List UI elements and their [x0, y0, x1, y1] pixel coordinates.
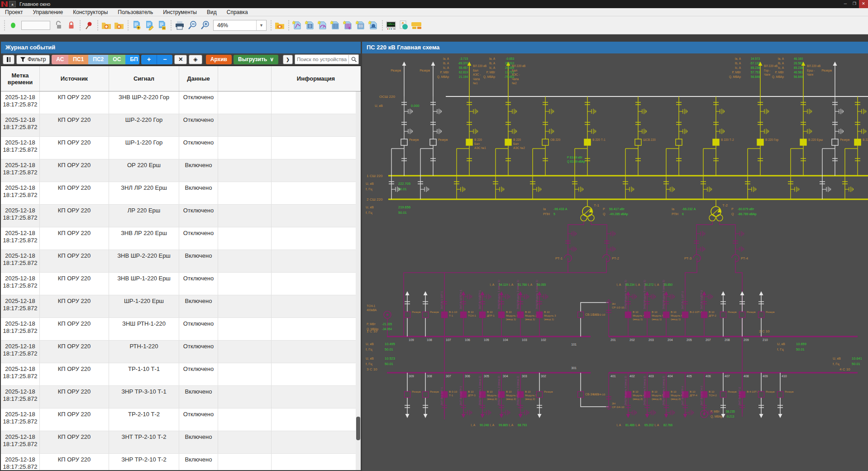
mark-button[interactable]: ◈ [189, 55, 202, 64]
table-row[interactable]: 2025-12-1818:17:25.872КП ОРУ 220ЗНЛ ЛР 2… [1, 182, 361, 205]
zoom-select[interactable]: 46% ▼ [213, 20, 267, 31]
report-table-add-button[interactable] [342, 19, 354, 32]
folder-view-button[interactable] [273, 19, 286, 32]
schema-label: 85.238 [751, 66, 760, 69]
cell-timestamp: 2025-12-1818:17:25.872 [1, 159, 40, 182]
schema-label: I, А [635, 423, 640, 427]
cell-timestamp: 2025-12-1818:17:25.872 [1, 182, 40, 204]
event-journal-panel: Журнал событий Фильтр АСПС1ПС2ОСБП + − ✕… [1, 42, 361, 471]
report-table-button[interactable] [329, 19, 342, 32]
table-row[interactable]: 2025-12-1818:17:25.872КП ОРУ 220ОР 220 Е… [1, 159, 361, 182]
doc-add-button[interactable] [130, 19, 143, 32]
pin-icon-button[interactable] [82, 19, 95, 32]
table-row[interactable]: 2025-12-1818:17:25.872КП ОРУ 220ЗНВ ШР-2… [1, 250, 361, 273]
remove-filter-button[interactable]: − [157, 55, 172, 64]
zoom-in-button[interactable] [199, 19, 211, 32]
menu-item-инструменты[interactable]: Инструменты [158, 8, 202, 16]
filter-chip-пс1[interactable]: ПС1 [68, 55, 88, 64]
table-row[interactable]: 2025-12-1818:17:25.872КП ОРУ 220РТН-1-22… [1, 341, 361, 363]
table-row[interactable]: 2025-12-1818:17:25.872КП ОРУ 220ЗНВ ШР-1… [1, 273, 361, 295]
print-button[interactable] [173, 19, 186, 32]
filter-chip-пс2[interactable]: ПС2 [88, 55, 108, 64]
schema-label: U, кВ [366, 182, 374, 186]
search-icon[interactable] [348, 54, 358, 64]
oscilloscope-button[interactable] [385, 19, 397, 32]
table-row[interactable]: 2025-12-1818:17:25.872КП ОРУ 220ЗНТ ТР-2… [1, 431, 361, 454]
menu-item-справка[interactable]: Справка [222, 8, 253, 16]
schema-label: ЗНТ В-4-10Т-2 [738, 387, 741, 405]
folder-close-button[interactable] [113, 19, 125, 32]
main-toolbar: 46% ▼ [0, 16, 868, 34]
zoom-out-button[interactable] [186, 19, 199, 32]
report-curve-button[interactable] [291, 19, 304, 32]
schema-label: 410 [782, 375, 787, 378]
unlock-icon-button[interactable] [52, 19, 65, 32]
table-row[interactable]: 2025-12-1818:17:25.872КП ОРУ 220ШР-2-220… [1, 114, 361, 137]
add-filter-button[interactable]: + [141, 55, 157, 64]
cell-signal: ЗНВ ШР-2-220 Ерш [109, 250, 179, 272]
table-row[interactable]: 2025-12-1818:17:25.872КП ОРУ 220ШР-1-220… [1, 295, 361, 318]
table-row[interactable]: 2025-12-1818:17:25.872КП ОРУ 220ЛР 220 Е… [1, 205, 361, 227]
filter-button[interactable]: Фильтр [16, 55, 50, 64]
report-journal-button[interactable] [354, 19, 367, 32]
schema-label: P, МВт [440, 71, 449, 74]
minimize-button[interactable]: ─ [841, 0, 850, 8]
report-alarm-button[interactable] [367, 19, 380, 32]
table-row[interactable]: 2025-12-1818:17:25.872КП ОРУ 220ТР-1-10 … [1, 363, 361, 386]
table-row[interactable]: 2025-12-1818:17:25.872КП ОРУ 220ЗНШ РТН-… [1, 318, 361, 341]
schema-label: ВЛ 220 кВ [764, 64, 777, 67]
scrollbar-thumb[interactable] [356, 417, 360, 440]
column-header[interactable]: Данные [179, 66, 218, 91]
table-row[interactable]: 2025-12-1818:17:25.872КП ОРУ 220ТР-2-10 … [1, 409, 361, 431]
schema-label: f, Гц [366, 347, 372, 351]
column-header[interactable] [218, 66, 272, 91]
search-input[interactable] [295, 57, 348, 62]
folder-add-button[interactable] [100, 19, 113, 32]
close-button[interactable]: ✕ [859, 0, 868, 8]
filter-chip-бп[interactable]: БП [125, 55, 139, 64]
table-row[interactable]: 2025-12-1818:17:25.872КП ОРУ 220ШР-1-220… [1, 137, 361, 159]
table-row[interactable]: 2025-12-1818:17:25.872КП ОРУ 220ЗНР ТР-3… [1, 386, 361, 409]
cell-signal: ЗНШ РТН-1-220 [109, 318, 179, 340]
single-line-diagram[interactable]: ОСШ 220U, кВ0.0001 СШ 220U, кВ222.705f, … [362, 53, 868, 471]
clear-filter-button[interactable]: ✕ [174, 55, 187, 64]
column-header[interactable]: Сигнал [109, 66, 179, 91]
column-header[interactable]: Информация [272, 66, 361, 91]
maximize-button[interactable]: ❐ [850, 0, 859, 8]
schema-label: 104 [503, 338, 508, 341]
lock-icon-button[interactable] [65, 19, 77, 32]
archive-button[interactable]: Архив [206, 55, 232, 64]
value-field[interactable] [21, 21, 50, 30]
user-report-button[interactable] [397, 19, 410, 32]
journal-scrollbar[interactable] [356, 91, 361, 470]
column-header[interactable]: Метка времени [1, 66, 40, 91]
table-row[interactable]: 2025-12-1818:17:25.872КП ОРУ 220ЗНР ТР-2… [1, 454, 361, 470]
table-row[interactable]: 2025-12-1818:17:25.872КП ОРУ 220ЗНВ ЛР 2… [1, 227, 361, 250]
schema-label: 56.846 [794, 75, 803, 78]
schema-label: В 220 рез [863, 138, 868, 142]
schema-label: 301 [571, 366, 577, 370]
menu-item-конструкторы[interactable]: Конструкторы [68, 8, 113, 16]
cards-button[interactable] [410, 19, 423, 32]
column-header[interactable]: Источник [40, 66, 109, 91]
table-row[interactable]: 2025-12-1818:17:25.872КП ОРУ 220ЗНВ ШР-2… [1, 91, 361, 114]
doc-delete-button[interactable] [156, 19, 168, 32]
window-menu-button[interactable]: ▴ [9, 1, 16, 7]
menu-item-проект[interactable]: Проект [0, 8, 28, 16]
schema-label: 402 [630, 375, 635, 378]
export-button[interactable]: Выгрузить∨ [234, 55, 278, 64]
filter-chip-ос[interactable]: ОС [108, 55, 125, 64]
menu-item-пользователь[interactable]: Пользователь [113, 8, 158, 16]
schema-label: 401 [610, 375, 616, 378]
search-go-button[interactable]: ❯ [283, 55, 293, 64]
menu-item-управление[interactable]: Управление [28, 8, 68, 16]
report-list-button[interactable] [304, 19, 316, 32]
schema-label: 303 [522, 375, 527, 378]
schema-label: 205 [687, 338, 692, 341]
doc-edit-button[interactable] [143, 19, 156, 32]
filter-chip-ас[interactable]: АС [52, 55, 68, 64]
menu-item-вид[interactable]: Вид [202, 8, 222, 16]
pause-button[interactable] [3, 55, 14, 64]
report-gauge-button[interactable] [316, 19, 329, 32]
cell-source: КП ОРУ 220 [40, 182, 109, 204]
